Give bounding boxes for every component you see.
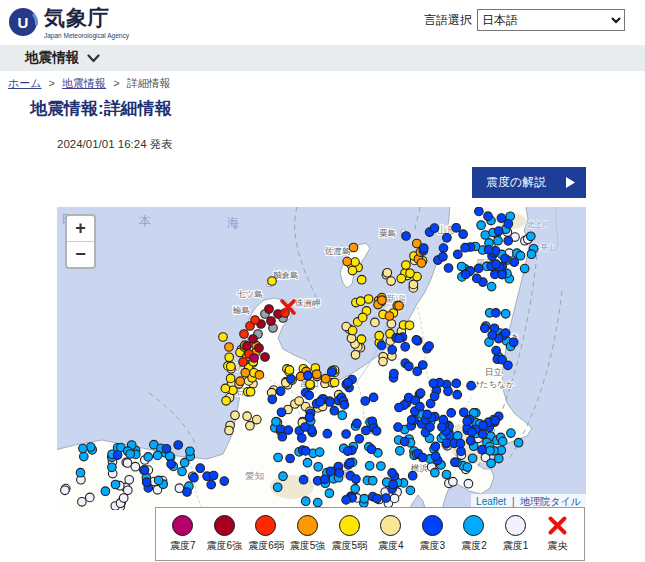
- intensity-marker-i3: [430, 392, 439, 401]
- intensity-marker-i3: [407, 416, 416, 425]
- gsi-tiles-attribution-link[interactable]: 地理院タイル: [520, 496, 581, 507]
- leaflet-attribution-link[interactable]: Leaflet: [476, 496, 506, 507]
- zoom-out-button[interactable]: −: [67, 242, 94, 267]
- intensity-marker-i5l: [405, 321, 414, 330]
- intensity-marker-i5l: [375, 331, 384, 340]
- intensity-marker-i5l: [364, 295, 373, 304]
- intensity-marker-i3: [346, 459, 355, 468]
- intensity-swatch: [505, 515, 526, 536]
- legend-item: 震度2: [454, 515, 494, 553]
- intensity-marker-i3: [301, 423, 310, 432]
- intensity-marker-i3: [400, 437, 409, 446]
- published-datetime: 2024/01/01 16:24 発表: [57, 137, 173, 152]
- intensity-marker-i3: [501, 254, 510, 263]
- intensity-marker-i3: [388, 469, 397, 478]
- intensity-marker-i3: [459, 230, 468, 239]
- intensity-swatch: [297, 515, 318, 536]
- intensity-marker-i2: [273, 483, 282, 492]
- intensity-marker-i2: [154, 476, 163, 485]
- svg-text:U: U: [18, 14, 29, 31]
- intensity-marker-i6u: [255, 344, 264, 353]
- intensity-marker-i3: [405, 362, 414, 371]
- intensity-marker-i2: [396, 447, 405, 456]
- intensity-marker-i4: [243, 412, 252, 421]
- nav-menu-earthquake-info[interactable]: 地震情報: [25, 49, 100, 67]
- breadcrumb-link-home[interactable]: ホーム: [8, 77, 42, 89]
- intensity-marker-i3: [301, 447, 310, 456]
- intensity-marker-i3: [452, 379, 461, 388]
- intensity-marker-i3: [491, 416, 500, 425]
- intensity-marker-i5u: [241, 368, 250, 377]
- intensity-marker-i5u: [395, 301, 404, 310]
- breadcrumb: ホーム > 地震情報 > 詳細情報: [8, 76, 171, 91]
- intensity-marker-i2: [301, 497, 310, 506]
- intensity-marker-i3: [220, 477, 229, 486]
- intensity-marker-i3: [454, 250, 463, 259]
- intensity-marker-i6l: [239, 358, 248, 367]
- intensity-marker-i3: [326, 398, 335, 407]
- chevron-down-icon: [87, 54, 100, 63]
- intensity-marker-i3: [420, 244, 429, 253]
- intensity-marker-i3: [504, 361, 513, 370]
- intensity-marker-i3: [277, 408, 286, 417]
- language-select[interactable]: 日本語: [477, 9, 625, 31]
- intensity-marker-i3: [342, 430, 351, 439]
- intensity-marker-i3: [209, 471, 218, 480]
- legend-label: 震度2: [461, 539, 487, 553]
- intensity-marker-i3: [390, 369, 399, 378]
- intensity-marker-i3: [467, 381, 476, 390]
- intensity-marker-i6l: [240, 330, 249, 339]
- intensity-marker-i5u: [343, 257, 352, 266]
- intensity-marker-i2: [351, 484, 360, 493]
- intensity-marker-i5l: [348, 266, 357, 275]
- intensity-explanation-button[interactable]: 震度の解説: [472, 167, 586, 198]
- intensity-marker-i3: [509, 338, 518, 347]
- intensity-marker-i3: [372, 427, 381, 436]
- intensity-marker-i4: [231, 411, 240, 420]
- intensity-marker-i3: [474, 264, 483, 273]
- intensity-marker-i3: [140, 466, 149, 475]
- intensity-marker-i2: [527, 232, 536, 241]
- intensity-marker-i3: [316, 397, 325, 406]
- intensity-marker-i5l: [406, 269, 415, 278]
- intensity-marker-i3: [268, 395, 277, 404]
- map-label: 海: [227, 216, 241, 230]
- language-label: 言語選択: [424, 12, 472, 29]
- intensity-marker-i3: [467, 428, 476, 437]
- epicenter-legend-icon: [547, 515, 568, 536]
- intensity-marker-i3: [402, 232, 411, 241]
- intensity-swatch: [422, 515, 443, 536]
- intensity-marker-i3: [504, 237, 513, 246]
- intensity-marker-i3: [304, 371, 313, 380]
- intensity-swatch: [214, 515, 235, 536]
- intensity-marker-i1: [119, 494, 128, 503]
- intensity-marker-i3: [463, 417, 472, 426]
- intensity-map[interactable]: 日本海山形新潟石川富山長野山梨静岡愛知金沢輪島珠洲岬七ツ島舳倉島佐渡島粟島いわき…: [57, 207, 586, 510]
- intensity-marker-i2: [377, 462, 386, 471]
- map-label: 本: [138, 214, 153, 228]
- intensity-marker-i3: [416, 402, 425, 411]
- legend-item: 震度6強: [204, 515, 244, 553]
- intensity-marker-i3: [394, 423, 403, 432]
- intensity-marker-i2: [101, 487, 110, 496]
- intensity-marker-i2: [108, 463, 117, 472]
- legend-item: 震度5弱: [329, 515, 369, 553]
- intensity-marker-i5l: [306, 380, 315, 389]
- intensity-marker-i3: [326, 467, 335, 476]
- intensity-marker-i3: [174, 441, 183, 450]
- intensity-marker-i1: [125, 476, 134, 485]
- jma-logo[interactable]: U 気象庁 Japan Meteorological Agency: [8, 5, 129, 39]
- legend-label: 震度7: [170, 539, 196, 553]
- intensity-marker-i2: [406, 486, 415, 495]
- zoom-in-button[interactable]: +: [67, 216, 94, 242]
- intensity-marker-i2: [477, 221, 486, 230]
- language-selector-row: 言語選択 日本語: [424, 9, 625, 31]
- intensity-marker-i3: [335, 469, 344, 478]
- intensity-marker-i3: [504, 220, 513, 229]
- intensity-marker-i3: [457, 447, 466, 456]
- intensity-marker-i3: [438, 423, 447, 432]
- breadcrumb-link-earthquake-info[interactable]: 地震情報: [62, 77, 106, 89]
- intensity-marker-i3: [429, 379, 438, 388]
- intensity-legend: 震度7震度6強震度6弱震度5強震度5弱震度4震度3震度2震度1震央: [155, 507, 585, 561]
- map-zoom-control: + −: [65, 214, 96, 269]
